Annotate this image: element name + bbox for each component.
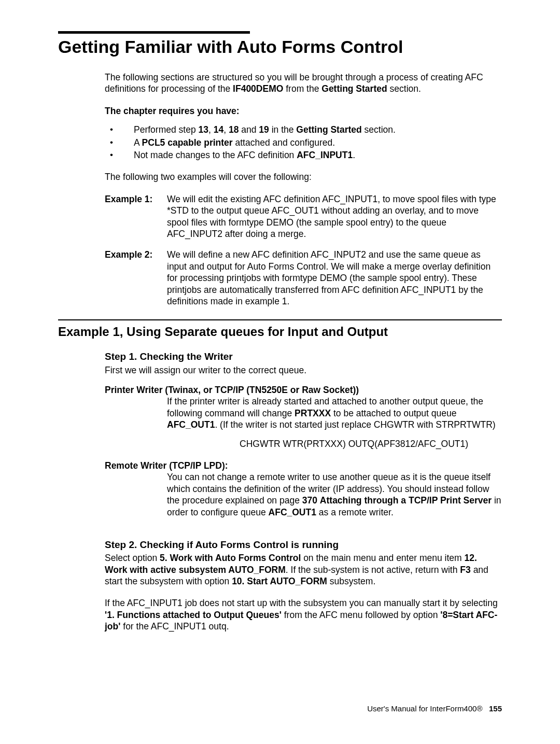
bold-text: AFC_INPUT1 xyxy=(297,150,353,160)
text: on the main menu and enter menu item xyxy=(301,553,464,563)
text: . xyxy=(353,150,355,160)
bold-text: AFC_OUT1 xyxy=(167,419,215,430)
example-2-row: Example 2: We will define a new AFC defi… xyxy=(105,249,502,307)
text: for the AFC_INPUT1 outq. xyxy=(120,621,229,631)
command-line: CHGWTR WTR(PRTXXX) OUTQ(APF3812/AFC_OUT1… xyxy=(240,438,502,450)
text: section. xyxy=(362,124,396,135)
text: from the AFC menu followed by option xyxy=(282,610,440,620)
text: , xyxy=(208,124,214,135)
bold-text: '1. Functions attached to Output Queues' xyxy=(105,610,282,620)
text: A xyxy=(134,137,142,148)
text: subsystem. xyxy=(327,576,375,586)
text: Select option xyxy=(105,553,160,563)
printer-writer-block: Printer Writer (Twinax, or TCP/IP (TN525… xyxy=(105,384,502,450)
printer-writer-body: If the printer writer is already started… xyxy=(167,396,502,450)
page-number: 155 xyxy=(489,704,502,713)
list-item: Not made changes to the AFC definition A… xyxy=(105,149,502,161)
requirements-list: Performed step 13, 14, 18 and 19 in the … xyxy=(105,124,502,161)
example-1-text: We will edit the existing AFC definition… xyxy=(167,193,502,240)
list-item: A PCL5 capable printer attached and conf… xyxy=(105,137,502,148)
remote-writer-body: You can not change a remote writer to us… xyxy=(167,471,502,518)
step-2-p2: If the AFC_INPUT1 job does not start up … xyxy=(105,597,502,632)
title-rule xyxy=(58,31,250,34)
remote-writer-block: Remote Writer (TCP/IP LPD): You can not … xyxy=(105,460,502,518)
bold-text: 10. Start AUTO_FORM xyxy=(232,576,327,586)
intro-block: The following sections are structured so… xyxy=(105,72,502,307)
document-page: Getting Familiar with Auto Forms Control… xyxy=(0,0,560,744)
text: attached and configured. xyxy=(233,137,335,148)
bold-text: Getting Started xyxy=(321,83,387,94)
step-1-lead: First we will assign our writer to the c… xyxy=(105,364,502,376)
page-title: Getting Familiar with Auto Forms Control xyxy=(58,37,502,57)
bold-text: AFC_OUT1 xyxy=(269,507,316,517)
text: from the xyxy=(283,83,321,94)
text: , xyxy=(223,124,229,135)
example-2-label: Example 2: xyxy=(105,249,167,307)
list-item: Performed step 13, 14, 18 and 19 in the … xyxy=(105,124,502,135)
bold-text: 19 xyxy=(259,124,269,135)
printer-writer-head: Printer Writer (Twinax, or TCP/IP (TN525… xyxy=(105,384,502,396)
example-1-label: Example 1: xyxy=(105,193,167,240)
bold-text: 13 xyxy=(199,124,208,135)
text: If the AFC_INPUT1 job does not start up … xyxy=(105,598,498,608)
section-title: Example 1, Using Separate queues for Inp… xyxy=(58,325,502,339)
text: and xyxy=(239,124,259,135)
section-rule xyxy=(58,319,502,320)
step-1-title: Step 1. Checking the Writer xyxy=(105,350,502,363)
bold-text: Attaching through a TCP/IP Print Server xyxy=(320,495,492,506)
remote-writer-head: Remote Writer (TCP/IP LPD): xyxy=(105,460,502,471)
bold-text: PCL5 capable printer xyxy=(142,137,233,148)
bold-text: 5. Work with Auto Forms Control xyxy=(160,553,301,563)
text: Performed step xyxy=(134,124,199,135)
bold-text: IF400DEMO xyxy=(233,83,283,94)
bold-text: F3 xyxy=(460,565,470,575)
cover-paragraph: The following two examples will cover th… xyxy=(105,171,502,183)
step-1-block: Step 1. Checking the Writer First we wil… xyxy=(105,350,502,632)
step-2-p1: Select option 5. Work with Auto Forms Co… xyxy=(105,552,502,587)
text: section. xyxy=(387,83,421,94)
example-1-row: Example 1: We will edit the existing AFC… xyxy=(105,193,502,240)
bold-text: 18 xyxy=(229,124,239,135)
page-footer: User's Manual for InterForm400® 155 xyxy=(367,704,502,713)
text: as a remote writer. xyxy=(316,507,394,517)
text: . (If the writer is not started just rep… xyxy=(215,419,495,430)
bold-text: PRTXXX xyxy=(295,408,331,418)
intro-paragraph: The following sections are structured so… xyxy=(105,72,502,95)
text: in the xyxy=(269,124,297,135)
footer-text: User's Manual for InterForm400® xyxy=(367,704,482,713)
bold-text: 370 xyxy=(302,495,317,506)
requirements-head: The chapter requires you have: xyxy=(105,105,502,117)
bold-text: 14 xyxy=(214,124,223,135)
example-2-text: We will define a new AFC definition AFC_… xyxy=(167,249,502,307)
text: to be attached to output queue xyxy=(331,408,456,418)
bold-text: Getting Started xyxy=(296,124,361,135)
text: Not made changes to the AFC definition xyxy=(134,150,297,160)
text: . If the sub-system is not active, retur… xyxy=(286,565,460,575)
step-2-title: Step 2. Checking if Auto Forms Control i… xyxy=(105,539,502,551)
